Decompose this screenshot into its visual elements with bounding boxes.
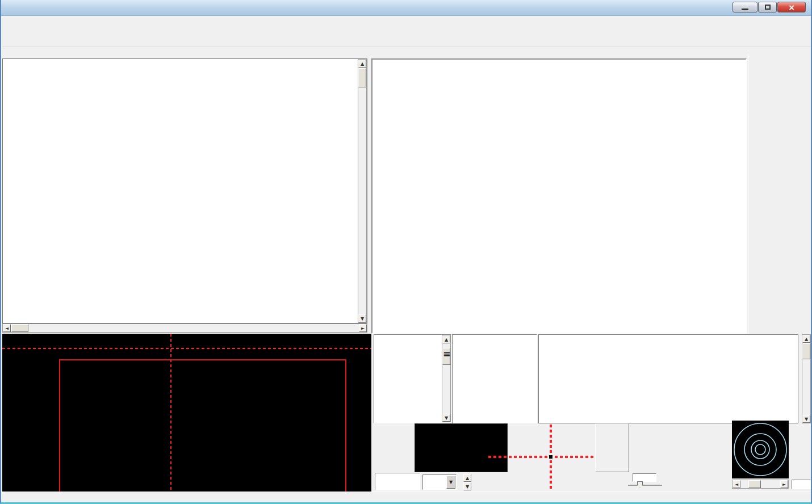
measurement-result-table [538, 334, 798, 423]
table-vertical-scrollbar[interactable]: ▲ ▼ [358, 59, 367, 323]
maximize-icon [765, 5, 771, 10]
minimize-button[interactable] [733, 2, 757, 12]
scroll-thumb[interactable] [802, 343, 810, 359]
scroll-up-button[interactable]: ▲ [802, 335, 810, 343]
step-value-field[interactable] [633, 473, 656, 482]
scroll-up-button[interactable]: ▲ [358, 60, 366, 68]
speed-slider-track[interactable] [628, 485, 662, 486]
image-workspace-canvas[interactable] [2, 334, 371, 492]
scroll-left-button[interactable]: ◄ [733, 480, 740, 488]
scroll-down-button[interactable]: ▼ [442, 414, 450, 422]
scroll-right-button[interactable]: ► [359, 324, 367, 332]
stage-crosshair-center [549, 455, 553, 459]
maximize-button[interactable] [758, 2, 777, 12]
light-ring-icon [732, 421, 789, 478]
close-button[interactable]: × [777, 2, 806, 12]
table-horizontal-scrollbar[interactable]: ◄ ► [2, 324, 367, 333]
position-readout-display [415, 423, 508, 472]
scroll-thumb[interactable] [358, 68, 366, 87]
alignment-annotation-list [374, 334, 451, 423]
data-record-table [2, 58, 367, 324]
speed-select[interactable]: ▼ [422, 474, 457, 490]
menu-bar [2, 16, 811, 27]
report-chart-panel [371, 58, 747, 334]
light-ring-control[interactable] [732, 421, 789, 478]
main-toolbar [2, 27, 811, 47]
scroll-thumb[interactable]: ≡ [442, 348, 450, 365]
chevron-down-icon[interactable]: ▼ [446, 476, 455, 489]
length-status-box [375, 473, 420, 490]
result-table-scrollbar[interactable]: ▲ ▼ [802, 334, 811, 423]
application-window: × ▲ ▼ ◄ ► ▲ ≡ ▼ ▲ ▼ [0, 0, 812, 504]
title-bar: × [1, 0, 812, 16]
status-bar [1, 492, 812, 503]
scroll-up-button[interactable]: ▲ [442, 335, 450, 343]
spin-down-button[interactable]: ▼ [463, 482, 471, 490]
crosshair-horizontal-line [2, 348, 371, 349]
scroll-right-button[interactable]: ► [780, 480, 788, 488]
stage-crosshair-horizontal [488, 456, 596, 458]
measured-rectangle-outline [59, 359, 346, 492]
scroll-thumb[interactable] [11, 324, 28, 332]
annotation-detail-panel [452, 334, 537, 423]
scroll-down-button[interactable]: ▼ [802, 415, 810, 423]
scroll-thumb[interactable] [748, 480, 761, 488]
close-icon: × [788, 3, 795, 12]
motion-mode-group [595, 423, 629, 472]
measurement-tool-palette [748, 54, 812, 338]
scroll-left-button[interactable]: ◄ [3, 324, 11, 332]
minimize-icon [742, 9, 748, 10]
machine-control-panel: ▼ ▲ ▼ ◄ ► [372, 423, 812, 492]
alignment-list-scrollbar[interactable]: ▲ ≡ ▼ [442, 335, 451, 422]
scroll-down-button[interactable]: ▼ [358, 314, 366, 322]
light-value-field[interactable] [792, 480, 811, 489]
spin-up-button[interactable]: ▲ [463, 474, 471, 482]
speed-slider-thumb[interactable] [637, 481, 643, 488]
light-intensity-scrollbar[interactable]: ◄ ► [732, 480, 789, 489]
